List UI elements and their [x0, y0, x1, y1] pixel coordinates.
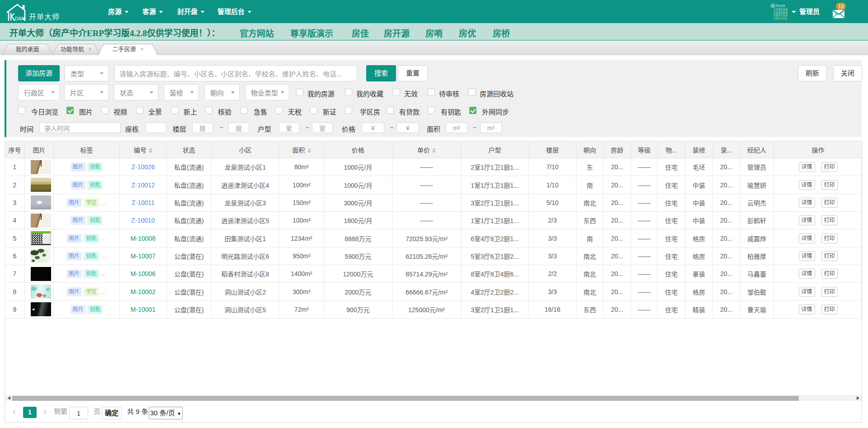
svg-text:DAN: DAN [15, 16, 24, 21]
